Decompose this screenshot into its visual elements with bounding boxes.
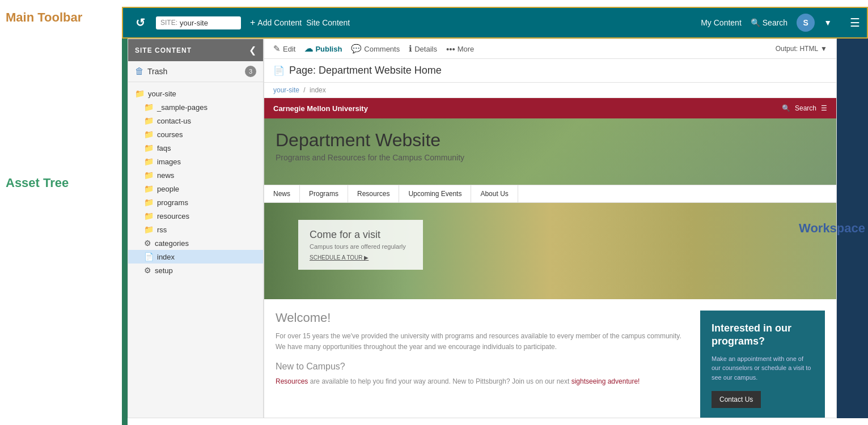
left-panel [122, 7, 128, 425]
tree-item-label: categories [155, 239, 189, 248]
preview-header: Carnegie Mellon University 🔍 Search ☰ [264, 98, 836, 118]
sightseeing-link[interactable]: sightseeing adventure! [571, 377, 640, 385]
preview-sidebar-button[interactable]: Contact Us [712, 391, 761, 408]
tree-item-people[interactable]: 📁people [128, 182, 263, 196]
tree-item-label: rss [157, 226, 167, 234]
preview-body-row: Welcome! For over 15 years the we've pro… [276, 311, 825, 418]
preview-body-main: Welcome! For over 15 years the we've pro… [276, 311, 689, 418]
folder-icon: 📁 [144, 143, 154, 152]
breadcrumb-page: index [310, 86, 326, 94]
preview-sidebar-text: Make an appointment with one of our coun… [712, 354, 814, 382]
tree-container: 📁your-site📁_sample-pages📁contact-us📁cour… [128, 82, 263, 282]
trash-item[interactable]: 🗑 Trash 3 [128, 61, 263, 82]
publish-button[interactable]: ☁ Publish [304, 44, 342, 54]
tree-item-index[interactable]: 📄index [128, 250, 263, 264]
workspace-label: Workspace [799, 221, 865, 236]
gear-icon: ⚙ [144, 266, 151, 275]
folder-icon: 📁 [144, 198, 154, 207]
tree-item-label: resources [157, 212, 189, 220]
comments-icon: 💬 [351, 44, 362, 54]
main-toolbar-label: Main Toolbar [6, 10, 82, 25]
more-button[interactable]: ••• More [446, 44, 474, 54]
site-label: SITE: [160, 19, 177, 27]
preview-new-campus-title: New to Campus? [276, 362, 689, 372]
tree-item-label: courses [157, 130, 183, 139]
site-input[interactable] [180, 19, 236, 27]
trash-badge: 3 [245, 66, 256, 77]
folder-icon: 📁 [144, 130, 154, 139]
details-button[interactable]: ℹ Details [409, 44, 437, 54]
preview-sidebar-box: Interested in our programs? Make an appo… [700, 311, 825, 418]
preview-nav-item-resources: Resources [348, 185, 399, 202]
preview-nav-item-programs: Programs [300, 185, 348, 202]
tree-item-_sample-pages[interactable]: 📁_sample-pages [128, 100, 263, 114]
user-dropdown-button[interactable]: ▼ [824, 18, 832, 27]
preview-visit-title: Come for a visit [310, 229, 412, 241]
tree-item-label: contact-us [157, 117, 191, 125]
folder-icon: 📁 [144, 116, 154, 125]
preview-area: Carnegie Mellon University 🔍 Search ☰ De… [264, 98, 836, 418]
preview-header-logo: Carnegie Mellon University [273, 104, 368, 113]
preview-search-area: 🔍 Search ☰ [782, 104, 827, 112]
workspace-toolbar: ✎ Edit ☁ Publish 💬 Comments ℹ Details ••… [264, 39, 836, 59]
tree-item-news[interactable]: 📁news [128, 168, 263, 182]
hamburger-button[interactable]: ☰ [850, 16, 860, 29]
breadcrumb: your-site / index [264, 83, 836, 98]
preview-hero-content: Department Website Programs and Resource… [264, 118, 836, 185]
tree-item-contact-us[interactable]: 📁contact-us [128, 114, 263, 128]
preview-site-subtitle: Programs and Resources for the Campus Co… [276, 153, 825, 162]
site-content-header: SITE CONTENT ❮ [128, 39, 263, 61]
tree-item-label: _sample-pages [157, 103, 208, 112]
tree-item-courses[interactable]: 📁courses [128, 128, 263, 141]
preview-nav: NewsProgramsResourcesUpcoming EventsAbou… [264, 185, 836, 203]
user-avatar[interactable]: S [797, 14, 815, 32]
tree-item-label: setup [155, 266, 173, 275]
preview-site-title: Department Website [276, 130, 825, 151]
breadcrumb-site-link[interactable]: your-site [273, 86, 299, 94]
folder-icon: 📁 [144, 157, 154, 166]
workspace: ✎ Edit ☁ Publish 💬 Comments ℹ Details ••… [264, 39, 837, 418]
publish-icon: ☁ [304, 44, 313, 54]
tree-item-your-site[interactable]: 📁your-site [128, 87, 263, 100]
tree-item-resources[interactable]: 📁resources [128, 209, 263, 223]
search-icon-preview: 🔍 [782, 104, 790, 112]
trash-icon: 🗑 [135, 66, 144, 76]
tree-item-label: index [157, 253, 175, 261]
tree-item-faqs[interactable]: 📁faqs [128, 141, 263, 155]
toolbar-logo: ↺ [130, 12, 150, 33]
more-icon: ••• [446, 44, 455, 54]
tree-item-rss[interactable]: 📁rss [128, 223, 263, 236]
my-content-button[interactable]: My Content [701, 18, 742, 27]
tree-item-setup[interactable]: ⚙setup [128, 264, 263, 277]
preview-hero: Department Website Programs and Resource… [264, 118, 836, 185]
site-content-button[interactable]: Site Content [306, 18, 350, 27]
search-button[interactable]: 🔍 Search [751, 18, 787, 27]
hamburger-preview-icon: ☰ [821, 104, 827, 112]
site-input-container: SITE: [156, 16, 241, 29]
output-selector[interactable]: Output: HTML ▼ [776, 45, 827, 53]
edit-button[interactable]: ✎ Edit [273, 44, 295, 54]
tree-item-programs[interactable]: 📁programs [128, 196, 263, 209]
tree-item-images[interactable]: 📁images [128, 155, 263, 168]
chevron-down-icon: ▼ [820, 45, 827, 53]
resources-link[interactable]: Resources [276, 377, 308, 385]
preview-visit-subtitle: Campus tours are offered regularly [310, 243, 412, 250]
collapse-panel-button[interactable]: ❮ [249, 45, 256, 56]
folder-icon: 📁 [144, 103, 154, 112]
search-icon: 🔍 [751, 18, 760, 27]
details-icon: ℹ [409, 44, 412, 54]
asset-tree-label: Asset Tree [6, 176, 69, 190]
preview-welcome-text: For over 15 years the we've provided the… [276, 331, 689, 352]
preview-welcome-title: Welcome! [276, 311, 689, 325]
tree-item-label: faqs [157, 144, 171, 152]
preview-sidebar-title: Interested in our programs? [712, 322, 814, 348]
folder-icon: 📁 [144, 225, 154, 234]
preview-body: Welcome! For over 15 years the we've pro… [264, 299, 836, 418]
preview-visit-cta[interactable]: SCHEDULE A TOUR ▶ [310, 254, 412, 261]
main-toolbar: ↺ SITE: + Add Content Site Content My Co… [122, 7, 868, 39]
add-content-button[interactable]: + Add Content [250, 18, 302, 28]
chevron-down-icon: ▼ [824, 18, 832, 27]
preview-nav-item-upcoming-events: Upcoming Events [399, 185, 471, 202]
comments-button[interactable]: 💬 Comments [351, 44, 400, 54]
tree-item-categories[interactable]: ⚙categories [128, 236, 263, 250]
